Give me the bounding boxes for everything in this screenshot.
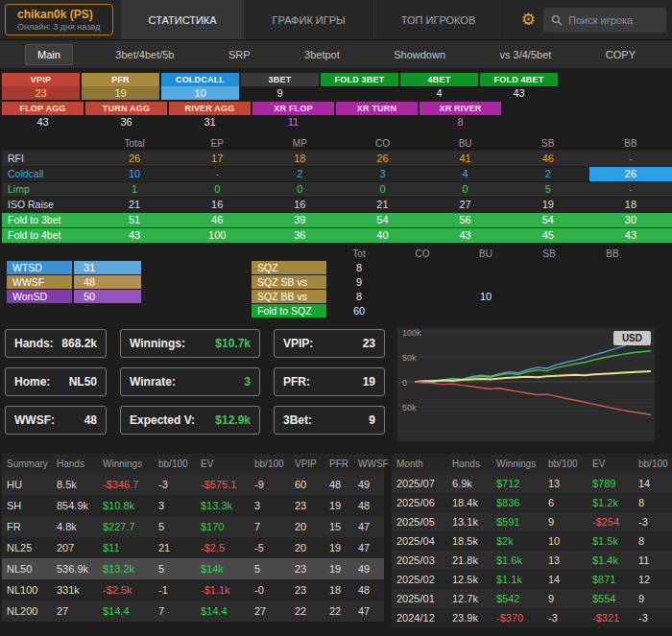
stat-xr-river[interactable]: XR RIVER8 [420,102,501,129]
stakes-row[interactable]: NL25207$1121-$2.5-5201947 [2,537,384,558]
col-wwsf[interactable]: WWSF [353,454,384,474]
cell-hands: 12.5k [447,570,492,589]
nav-tab-3bet-4bet-5b[interactable]: 3bet/4bet/5b [104,45,185,64]
cell-ev: $789 [588,474,634,493]
month-row[interactable]: 2024/1223.9k-$370-3-$321-3 [392,608,672,627]
col-hands[interactable]: Hands [52,454,98,474]
month-row[interactable]: 2025/0112.7k$5429$5549 [392,589,672,608]
pos-row-limp[interactable]: Limp100005- [2,181,672,197]
overview-section: Hands:868.2kWinnings:$10.7kVPIP:23Home:N… [0,327,672,442]
pos-row-fold-to-3bet[interactable]: Fold to 3bet51463954565430 [2,212,672,227]
stat-wwsf[interactable]: WWSF [7,275,72,289]
cell-winnings: $1.1k [492,570,543,589]
overview-winnings: Winnings:$10.7k [120,329,260,358]
nav-tab-copy[interactable]: COPY [594,45,647,64]
cell-hands: 21.8k [447,551,492,570]
search-input[interactable] [568,14,659,26]
stat-coldcall[interactable]: COLDCALL10 [161,73,239,100]
stat-label: FOLD 4BET [480,73,558,86]
pos-row-rfi[interactable]: RFI261718264146- [2,151,672,166]
nav-tab-main[interactable]: Main [25,44,73,65]
pos-col-co: CO [341,136,423,151]
overview-value: 3 [244,375,251,389]
stat-xr-turn[interactable]: XR TURN [336,102,418,129]
cell-winnings: $591 [492,512,543,531]
top-tab-blank[interactable]: ГРАФИК ИГРЫ [245,0,373,39]
pos-row-iso-raise[interactable]: ISO Raise21161621271918 [2,197,672,212]
stat-label: 4BET [400,73,478,86]
stakes-row[interactable]: HU8.5k-$346.7-3-$575.1-9604849 [2,474,384,495]
stakes-row[interactable]: NL100331k-$2.5k-1-$1.1k-0231848 [2,579,384,601]
col-vpip[interactable]: VPIP [290,454,324,474]
pos-row-coldcall[interactable]: Coldcall10-234226 [2,166,672,181]
col-summary[interactable]: Summary [2,454,52,474]
overview-value: 48 [84,413,97,427]
stat-sqz-sb-vs[interactable]: SQZ SB vs [252,275,326,289]
cell-bb-100-3: 6 [543,493,588,512]
stat-4bet[interactable]: 4BET4 [400,73,478,100]
col-bb-100[interactable]: bb/100 [250,454,290,474]
sqz-value: 8 [328,261,390,274]
cell-hands: 27 [52,601,98,622]
month-row[interactable]: 2025/0513.1k$5919-$254-3 [392,512,672,531]
gear-icon[interactable]: ⚙ [521,12,536,28]
currency-toggle[interactable]: USD [613,331,651,345]
overview-vpip: VPIP:23 [274,329,385,358]
stat-xr-flop[interactable]: XR FLOP11 [252,102,334,129]
position-table-header: TotalEPMPCOBUSBBB [2,136,672,151]
stat-vpip[interactable]: VPIP23 [2,73,80,100]
stat-river-agg[interactable]: RIVER AGG31 [169,102,251,129]
cell-month: 2025/05 [392,512,447,531]
stat-value: 36 [85,115,167,129]
stat-fold-to-sqz[interactable]: Fold to SQZ [252,304,326,318]
nav-tab-srp[interactable]: SRP [217,45,262,64]
stat-sqz-bb-vs[interactable]: SQZ BB vs [252,290,326,303]
stat-flop-agg[interactable]: FLOP AGG43 [2,102,84,129]
stakes-row[interactable]: NL50536.9k$13.2k5$14k5231949 [2,558,384,579]
col-ev[interactable]: EV [196,454,250,474]
cell-hands: 4.8k [52,516,98,537]
pos-cell-ep: 17 [176,151,258,166]
nav-tab-vs-3-4-5bet[interactable]: vs 3/4/5bet [489,45,564,64]
stat-fold-4bet[interactable]: FOLD 4BET43 [480,73,558,100]
stat-fold-3bet[interactable]: FOLD 3BET [321,73,398,100]
month-row[interactable]: 2025/0618.4k$8366$1.2k8 [392,493,672,512]
stat-wonsd[interactable]: WonSD [7,290,72,303]
nav-tab-3betpot[interactable]: 3betpot [293,45,351,64]
search-box[interactable] [543,8,666,33]
stat-turn-agg[interactable]: TURN AGG36 [85,102,167,129]
stat-pfr[interactable]: PFR19 [82,73,159,100]
top-tab-blank[interactable]: СТАТИСТИКА [121,0,245,39]
nav-tab-showdown[interactable]: Showdown [382,45,457,64]
cell-hands: 6.9k [447,474,492,493]
month-row[interactable]: 2025/0321.8k$1.6k13$1.4k11 [392,551,672,570]
stat-sqz[interactable]: SQZ [252,261,326,274]
month-row[interactable]: 2025/0418.5k$2k10$1.5k8 [392,531,672,551]
winnings-graph-panel: 100k50k050k USD [396,327,656,442]
stakes-row[interactable]: NL20027$14.47$14.427222247 [2,601,384,622]
overview-boxes: Hands:868.2kWinnings:$10.7kVPIP:23Home:N… [3,327,385,435]
stakes-row[interactable]: FR4.8k$227.75$1707201547 [2,516,384,537]
col-bb-100[interactable]: bb/100 [634,454,672,474]
stakes-row[interactable]: SH854.9k$10.8k3$13.3k3231948 [2,495,384,516]
stat-3bet[interactable]: 3BET9 [241,73,319,100]
col-bb-100[interactable]: bb/100 [154,454,196,474]
col-ev[interactable]: EV [588,454,634,474]
pos-row-fold-to-4bet[interactable]: Fold to 4bet431003640434543 [2,227,672,243]
pos-cell-total: 51 [93,212,176,227]
cell-vpip: 60 [290,474,324,495]
cell-bb-100-3: 9 [543,512,588,531]
cell-month: 2025/02 [392,570,447,589]
col-bb-100[interactable]: bb/100 [543,454,588,474]
stat-wtsd[interactable]: WTSD [7,261,72,274]
col-hands[interactable]: Hands [447,454,492,474]
month-row[interactable]: 2025/0212.5k$1.1k14$87112 [392,570,672,589]
col-winnings[interactable]: Winnings [492,454,543,474]
col-month[interactable]: Month [392,454,447,474]
month-row[interactable]: 2025/076.9k$71213$78914 [392,474,672,493]
col-pfr[interactable]: PFR [324,454,353,474]
col-winnings[interactable]: Winnings [98,454,154,474]
cell-winnings: -$370 [492,608,543,627]
sqz-showdown-grid: TotCOBUSBBBWTSD31SQZ8WWSF48SQZ SB vs9Won… [2,244,670,318]
top-tab-blank[interactable]: ТОП ИГРОКОВ [373,0,503,39]
